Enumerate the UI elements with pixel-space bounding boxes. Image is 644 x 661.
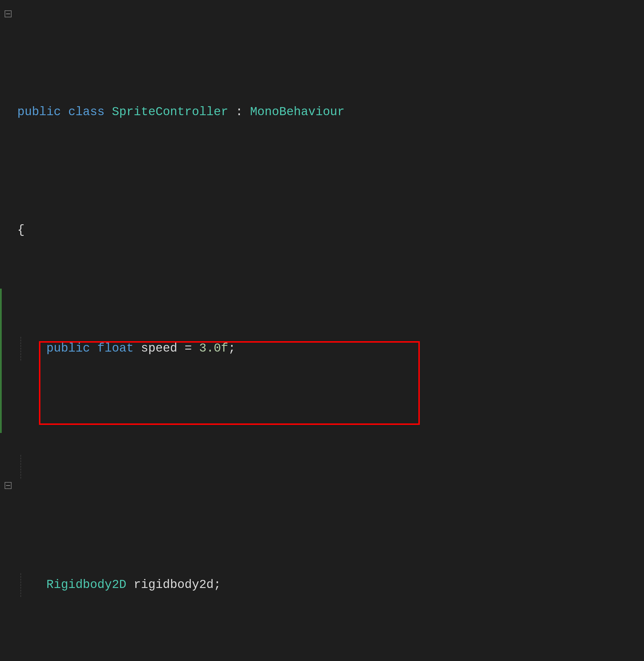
identifier: speed: [141, 341, 178, 355]
fold-icon[interactable]: [5, 10, 12, 17]
code-line[interactable]: public float speed = 3.0f;: [17, 337, 439, 360]
type-name: Rigidbody2D: [46, 578, 127, 592]
code-line[interactable]: [17, 455, 439, 479]
brace: {: [17, 223, 25, 237]
keyword: float: [97, 341, 134, 355]
gutter: [0, 0, 15, 661]
code-line[interactable]: Rigidbody2D rigidbody2d;: [17, 573, 439, 597]
fold-icon[interactable]: [5, 482, 12, 489]
type-name: SpriteController: [112, 105, 228, 119]
code-line[interactable]: public class SpriteController : MonoBeha…: [17, 101, 439, 124]
keyword: class: [68, 105, 105, 119]
code-line[interactable]: {: [17, 219, 439, 242]
number: 3.0f: [199, 341, 228, 355]
code-area[interactable]: public class SpriteController : MonoBeha…: [17, 6, 439, 661]
keyword: public: [46, 341, 90, 355]
type-name: MonoBehaviour: [250, 105, 345, 119]
punct: :: [235, 105, 243, 119]
code-editor[interactable]: public class SpriteController : MonoBeha…: [0, 0, 644, 661]
keyword: public: [17, 105, 61, 119]
identifier: rigidbody2d: [134, 578, 213, 592]
